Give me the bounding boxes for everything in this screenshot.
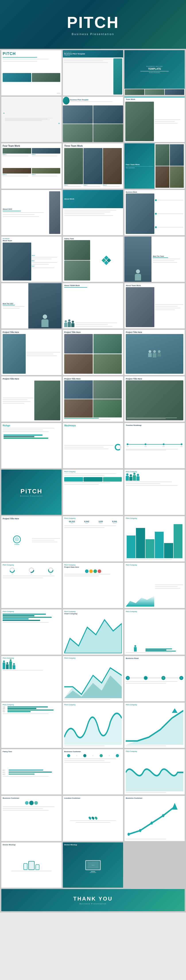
slide-41[interactable]: Pitch Company — [63, 656, 123, 701]
slide-19[interactable]: Project Title Here — [2, 330, 61, 375]
slide-12-title: Business Work — [126, 191, 183, 193]
slide-2-title: Business Pitch Template — [64, 53, 122, 55]
slide-25-title: Richgo — [3, 424, 60, 427]
slide-17[interactable]: About TEAM Work — [63, 283, 123, 328]
slide-19-title: Project Title Here — [3, 331, 60, 333]
slide-13[interactable]: BUSINESS Work Team About Work Team — [2, 237, 61, 282]
pitch-logo-1: PiTCH — [3, 51, 60, 56]
slide-22-title: Project Title Here — [3, 378, 60, 380]
slide-20[interactable]: Project Title Here — [63, 330, 123, 375]
slide-30-label: Pitch Company — [126, 471, 183, 473]
slide-18[interactable]: About Team Work — [125, 283, 185, 328]
slide-26-title: Washmaya — [64, 424, 122, 427]
slide-29[interactable]: Pitch Company — [63, 469, 123, 515]
slide-13-sub2: Work — [32, 260, 60, 261]
slide-6-title: Team Work — [125, 97, 185, 101]
slide-2-tag: TEMPLATE — [64, 55, 122, 56]
slide-30[interactable]: Pitch Company — [125, 469, 185, 515]
slide-7-title: Four Team Work — [3, 145, 60, 147]
slide-44-label: Pitch Company — [64, 704, 122, 705]
slide-36-label: Pitch Company — [126, 564, 183, 566]
slide-13-sub3: Team — [32, 266, 60, 267]
slide-35[interactable]: Pitch Company Project Data Here — [63, 563, 123, 608]
slide-49[interactable]: Business Customer — [2, 796, 61, 841]
slide-36[interactable]: Pitch Company — [125, 563, 185, 608]
slide-53[interactable]: Device Mockup Screen — [63, 842, 123, 888]
slide-7-sub2: Team 2 — [32, 154, 60, 155]
svg-point-14 — [151, 822, 153, 824]
slide-52[interactable]: Device Mockup — [2, 842, 61, 888]
slide-39[interactable]: Pitch Company — [125, 609, 185, 655]
slide-38[interactable]: Pitch Company Chart Company — [63, 609, 123, 655]
slide-23[interactable]: Project Title Here — [63, 376, 123, 422]
slide-45-label: Pitch Company — [126, 704, 183, 705]
slide-26[interactable]: Washmaya — [63, 423, 123, 468]
slide-46[interactable]: Fancy Tour Item 1 Item 2 Item 3 — [2, 749, 61, 794]
slide-50[interactable]: Location Customer — [63, 796, 123, 841]
slide-5[interactable]: Business Pitch Template — [63, 97, 123, 142]
slide-3-label2: TEMPLATE — [148, 67, 161, 70]
slide-35-label: Pitch Company — [64, 564, 122, 566]
slide-8[interactable]: Three Team Work Team 1 Team 2 Team 3 — [63, 143, 123, 189]
slide-9[interactable]: Four Team Work Team presentation — [125, 143, 185, 189]
slide-28-logo: PiTCH — [20, 488, 43, 495]
slide-43[interactable]: Pitch Company Seg A Seg B Seg C — [2, 703, 61, 748]
slide-24[interactable]: Project Title Here — [125, 376, 185, 422]
slides-grid: PiTCH PITCH BUSINESS Business Pitch Temp… — [0, 49, 186, 913]
slide-51-title: Business Customer — [126, 797, 183, 799]
thankyou-sub: Business Presentation — [79, 903, 107, 905]
slide-33[interactable]: Pitch Company — [125, 516, 185, 562]
slide-32[interactable]: Pitch Company 58,222 Users 8,542 Orders … — [63, 516, 123, 562]
slide-24-title: Project Title Here — [126, 378, 183, 380]
slide-28[interactable]: PiTCH Business Presentation — [2, 469, 61, 515]
slide-22[interactable]: Project Title Here — [2, 376, 61, 422]
slide-11[interactable]: About Work — [63, 190, 123, 235]
slide-7[interactable]: Four Team Work Team 1 Team 2 Team 3 — [2, 143, 61, 189]
slide-2[interactable]: BUSINESS Business Pitch Template TEMPLAT… — [63, 50, 123, 95]
slide-15-title: Meet The Team — [153, 255, 183, 257]
slide-16-title: Meet The CEO — [3, 303, 27, 304]
slide-51[interactable]: Business Customer — [125, 796, 185, 841]
slide-47[interactable]: Business Customer — [63, 749, 123, 794]
slide-35-title: Project Data Here — [64, 566, 122, 568]
slide-45[interactable]: Pitch Company — [125, 703, 185, 748]
slide-32-stat1: 58,222 — [69, 520, 75, 523]
slide-44[interactable]: Pitch Company — [63, 703, 123, 748]
slide-16[interactable]: Meet The CEO — [2, 283, 61, 328]
slide-15[interactable]: Meet The Team — [125, 237, 185, 282]
slide-40[interactable]: Pitch Company — [2, 656, 61, 701]
slide-3-label1: BUSINESS SELLING — [147, 66, 162, 67]
slide-34[interactable]: Pitch Company 70% — [2, 563, 61, 608]
slide-53-title: Device Mockup — [64, 844, 122, 846]
slide-23-title: Project Title Here — [64, 378, 122, 380]
thankyou-text: THANK YOU — [73, 896, 113, 902]
slide-10[interactable]: About CEO — [2, 190, 61, 235]
slide-14[interactable]: Gallery Team — [63, 237, 123, 282]
slide-38-title: Chart Company — [64, 613, 122, 615]
slide-18-title: About Team Work — [126, 285, 183, 286]
slide-29-label: Pitch Company — [64, 471, 122, 473]
slide-38-label: Pitch Company — [64, 611, 122, 612]
slide-31[interactable]: Project Title Here Company — [2, 516, 61, 562]
slide-21-title: Project Title Here — [126, 331, 183, 333]
slide-37[interactable]: Pitch Company — [2, 609, 61, 655]
slide-12[interactable]: Business Work — [125, 190, 185, 235]
slide-20-title: Project Title Here — [64, 331, 122, 333]
slide-27[interactable]: Timeline Roadmap 2021 2022 2023 2024 — [125, 423, 185, 468]
page-wrapper: PiTCH Business Presentation PiTCH PITCH … — [0, 0, 186, 913]
slide-42[interactable]: Business Road — [125, 656, 185, 701]
slide-52-title: Device Mockup — [3, 844, 60, 846]
slide-25[interactable]: Richgo — [2, 423, 61, 468]
slide-4[interactable]: " " — [2, 97, 61, 142]
slide-28-sub: Business Presentation — [20, 495, 43, 497]
slide-46-title: Fancy Tour — [3, 751, 60, 752]
slide-33-label: Pitch Company — [126, 517, 183, 519]
svg-point-13 — [139, 829, 141, 832]
close-quote: " — [3, 122, 60, 127]
slide-1[interactable]: PiTCH PITCH — [2, 50, 61, 95]
slide-6[interactable]: Team Work — [125, 97, 185, 142]
slide-3[interactable]: BUSINESS SELLING TEMPLATE Business Prese… — [125, 50, 185, 95]
slide-21[interactable]: Project Title Here — [125, 330, 185, 375]
slide-7-sub3: Team 3 — [3, 174, 31, 175]
slide-48[interactable]: Pitch Company — [125, 749, 185, 794]
